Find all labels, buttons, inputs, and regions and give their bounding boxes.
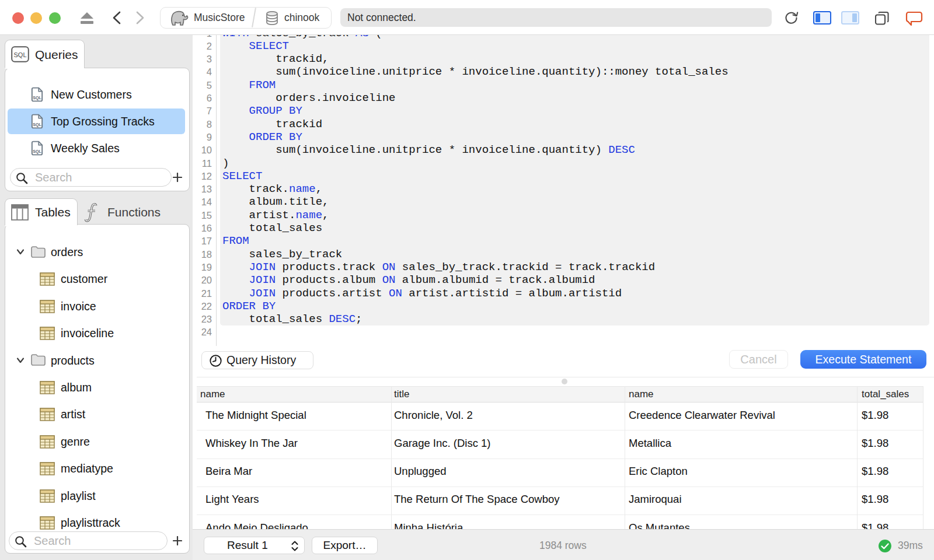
svg-text:SQL: SQL: [13, 51, 26, 58]
